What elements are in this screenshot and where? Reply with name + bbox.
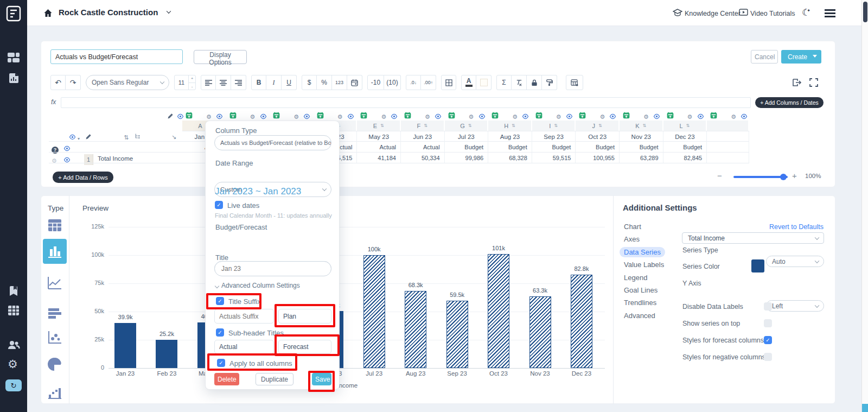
company-selector[interactable]: Rock Castle Construction bbox=[59, 8, 158, 17]
column-visibility-icon[interactable] bbox=[391, 112, 398, 121]
insert-table-button[interactable] bbox=[566, 75, 583, 90]
column-value-cell[interactable]: 41,184 bbox=[357, 153, 401, 163]
actuals-suffix-input[interactable] bbox=[214, 309, 274, 324]
column-visibility-icon[interactable] bbox=[566, 112, 573, 121]
increase-decimal-button[interactable]: .00↑ bbox=[421, 75, 436, 90]
video-tutorials-link[interactable]: Video Tutorials bbox=[750, 10, 795, 17]
scrollbar-thumb[interactable] bbox=[863, 2, 867, 22]
bold-button[interactable]: B bbox=[251, 75, 266, 90]
column-value-cell[interactable]: 68,328 bbox=[488, 153, 532, 163]
column-sort-icon[interactable]: ⇅ bbox=[424, 123, 427, 128]
column-visibility-icon[interactable] bbox=[653, 112, 660, 121]
edit-rows-icon[interactable] bbox=[85, 133, 92, 142]
column-letter-cell[interactable]: H⇅ bbox=[488, 121, 532, 131]
settings-nav-trendlines[interactable]: Trendlines bbox=[620, 297, 661, 308]
type-scatter-chart[interactable] bbox=[43, 325, 67, 350]
column-letter-cell[interactable]: L⇅ bbox=[663, 121, 707, 131]
column-letter-cell[interactable]: F⇅ bbox=[401, 121, 445, 131]
series-type-select[interactable]: Auto bbox=[766, 256, 824, 267]
date-format-button[interactable] bbox=[347, 75, 362, 90]
column-letter-cell[interactable]: J⇅ bbox=[576, 121, 620, 131]
column-value-cell[interactable]: 82,845 bbox=[663, 153, 707, 163]
column-sort-icon[interactable]: ⇅ bbox=[598, 123, 602, 128]
align-right-button[interactable] bbox=[231, 75, 246, 90]
live-dates-checkbox[interactable]: ✓ bbox=[215, 201, 223, 209]
row-visibility-icon[interactable] bbox=[69, 133, 76, 142]
sidebar-item-clients[interactable] bbox=[7, 340, 20, 351]
column-date-icon[interactable] bbox=[229, 112, 237, 121]
column-date-icon[interactable] bbox=[360, 112, 367, 121]
zoom-slider-thumb[interactable] bbox=[780, 174, 787, 180]
type-pie-chart[interactable] bbox=[43, 352, 67, 377]
home-icon[interactable] bbox=[43, 9, 53, 20]
column-settings-icon[interactable]: ⚙ bbox=[250, 112, 256, 121]
column-sort-icon[interactable]: ⇅ bbox=[554, 123, 558, 128]
column-settings-icon[interactable]: ⚙ bbox=[512, 112, 518, 121]
lock-button[interactable] bbox=[527, 75, 542, 90]
negative-minus-button[interactable]: -10 bbox=[367, 75, 384, 90]
font-family-select[interactable]: Open Sans Regular bbox=[86, 75, 169, 90]
column-letter-cell[interactable]: I⇅ bbox=[532, 121, 576, 131]
column-visibility-icon[interactable] bbox=[216, 112, 223, 121]
sidebar-item-spreadsheets[interactable] bbox=[8, 305, 20, 318]
row-label-cell[interactable]: Total Income bbox=[98, 155, 133, 162]
text-color-button[interactable]: A bbox=[461, 75, 476, 90]
settings-nav-value-labels[interactable]: Value Labels bbox=[620, 259, 668, 270]
column-visibility-icon[interactable] bbox=[347, 112, 354, 121]
column-visibility-icon[interactable] bbox=[697, 112, 704, 121]
column-settings-icon[interactable]: ⚙ bbox=[425, 112, 430, 121]
column-settings-icon[interactable]: ⚙ bbox=[556, 112, 561, 121]
column-value-cell[interactable]: 59,515 bbox=[532, 153, 576, 163]
create-button[interactable]: Create bbox=[781, 50, 821, 64]
type-table[interactable] bbox=[43, 213, 67, 238]
column-letter-cell[interactable] bbox=[707, 121, 749, 131]
column-settings-icon[interactable]: ⚙ bbox=[599, 112, 605, 121]
settings-nav-chart[interactable]: Chart bbox=[620, 221, 646, 232]
add-rows-button[interactable]: + Add Data / Rows bbox=[53, 172, 113, 183]
settings-nav-axes[interactable]: Axes bbox=[620, 234, 644, 244]
column-visibility-icon[interactable] bbox=[741, 112, 748, 121]
column-visibility-icon[interactable] bbox=[522, 112, 529, 121]
column-visibility-icon[interactable] bbox=[260, 112, 267, 121]
underline-button[interactable]: U bbox=[282, 75, 297, 90]
column-date-icon[interactable] bbox=[535, 112, 542, 121]
subheader-titles-checkbox[interactable]: ✓ bbox=[216, 328, 224, 337]
decrease-decimal-button[interactable]: .0↓ bbox=[406, 75, 421, 90]
type-horizontal-bar[interactable] bbox=[43, 301, 67, 326]
number-format-button[interactable]: 123 bbox=[332, 75, 347, 90]
align-left-button[interactable] bbox=[201, 75, 216, 90]
column-visibility-icon[interactable] bbox=[435, 112, 442, 121]
dark-mode-icon[interactable]: ☾✦ bbox=[802, 7, 814, 18]
negative-parens-button[interactable]: (10) bbox=[384, 75, 401, 90]
column-type-select[interactable]: Actuals vs Budget/Forecast (relative to … bbox=[214, 135, 331, 150]
date-range-text[interactable]: Jan 2023 ~ Jan 2023 bbox=[215, 186, 301, 197]
column-sort-icon[interactable]: ⇅ bbox=[512, 123, 515, 128]
report-title-input[interactable] bbox=[50, 49, 183, 64]
font-size-stepper[interactable]: 11 +- bbox=[174, 75, 196, 90]
toggle-styles-for-forecast-columns[interactable]: ✓ bbox=[764, 336, 772, 344]
sum-button[interactable]: Σ bbox=[496, 75, 512, 90]
video-tutorials-icon[interactable] bbox=[739, 9, 748, 18]
zoom-in-button[interactable]: + bbox=[792, 171, 797, 180]
column-settings-icon[interactable]: ⚙ bbox=[469, 112, 474, 121]
export-icon[interactable] bbox=[792, 78, 802, 89]
column-sort-icon[interactable]: ⇅ bbox=[468, 123, 472, 128]
column-date-icon[interactable] bbox=[579, 112, 586, 121]
series-color-swatch[interactable] bbox=[751, 259, 764, 272]
column-sort-icon[interactable]: ⇅ bbox=[643, 123, 647, 128]
knowledge-center-link[interactable]: Knowledge Center bbox=[685, 10, 741, 17]
column-visibility-icon[interactable] bbox=[303, 112, 310, 121]
menu-icon[interactable] bbox=[825, 9, 835, 17]
type-waterfall-chart[interactable] bbox=[43, 380, 67, 405]
column-sort-icon[interactable]: ⇅ bbox=[686, 123, 690, 128]
settings-nav-data-series[interactable]: Data Series bbox=[620, 247, 665, 257]
column-settings-icon[interactable]: ⚙ bbox=[643, 112, 649, 121]
fill-color-button[interactable] bbox=[476, 75, 492, 90]
settings-nav-advanced[interactable]: Advanced bbox=[620, 310, 660, 321]
borders-button[interactable] bbox=[441, 75, 456, 90]
toggle-show-series-on-top[interactable] bbox=[764, 319, 772, 327]
sidebar-item-bookmarks[interactable] bbox=[9, 286, 18, 298]
column-letter-cell[interactable]: K⇅ bbox=[620, 121, 663, 131]
toggle-disable-data-labels[interactable] bbox=[764, 302, 772, 310]
column-date-icon[interactable] bbox=[667, 112, 674, 121]
